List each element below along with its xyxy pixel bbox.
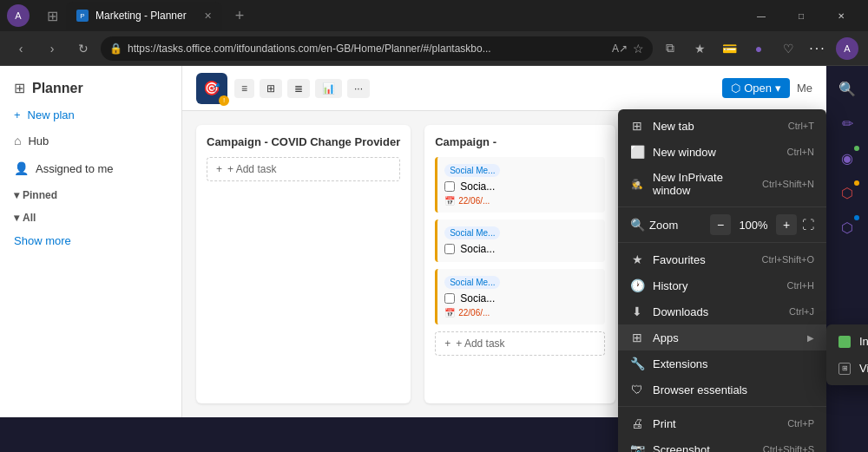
sidebar-item-hub[interactable]: ⌂ Hub xyxy=(0,127,181,154)
task-checkbox-1[interactable] xyxy=(444,244,455,254)
new-window-icon: ⬜ xyxy=(630,145,644,159)
menu-item-downloads[interactable]: ⬇ Downloads Ctrl+J xyxy=(618,298,826,324)
toolbar-view-btns: ≡ ⊞ ≣ 📊 ··· xyxy=(234,79,370,98)
copilot-right-icon[interactable]: ◉ xyxy=(832,142,863,174)
window-controls: — □ ✕ xyxy=(741,0,861,31)
menu-shortcut-downloads: Ctrl+J xyxy=(789,306,814,317)
exchange-right-icon[interactable]: ⬡ xyxy=(832,177,863,208)
forward-btn[interactable]: › xyxy=(38,35,66,62)
menu-btn[interactable]: ··· xyxy=(804,35,832,62)
menu-shortcut-history: Ctrl+H xyxy=(787,280,814,291)
task-card-2[interactable]: Social Me... Socia... 📅 22/06/... xyxy=(435,269,605,324)
menu-item-new-window[interactable]: ⬜ New window Ctrl+N xyxy=(618,139,826,165)
profile-small[interactable]: A xyxy=(7,4,30,27)
dot-yellow xyxy=(854,180,859,186)
chart-view-btn[interactable]: 📊 xyxy=(315,79,342,98)
menu-shortcut-screenshot: Ctrl+Shift+S xyxy=(763,444,814,452)
back-btn[interactable]: ‹ xyxy=(7,35,35,62)
task-checkbox-2[interactable] xyxy=(444,293,455,304)
new-tab-btn[interactable]: + xyxy=(227,3,252,28)
menu-item-history[interactable]: 🕐 History Ctrl+H xyxy=(618,272,826,298)
address-text: https://tasks.office.com/itfoundations.c… xyxy=(128,43,607,55)
tab-close[interactable]: ✕ xyxy=(204,10,212,22)
collections-icon[interactable]: ★ xyxy=(686,35,713,62)
task-card-1[interactable]: Social Me... Socia... xyxy=(435,219,605,262)
toolbar-icons: ⧉ ★ 💳 ● ♡ ··· A xyxy=(656,35,861,62)
copilot-icon[interactable]: ● xyxy=(745,35,773,62)
menu-label-history: History xyxy=(653,279,779,292)
zoom-plus-btn[interactable]: + xyxy=(776,214,797,235)
history-icon: 🕐 xyxy=(630,278,644,292)
address-bar[interactable]: 🔒 https://tasks.office.com/itfoundations… xyxy=(101,36,653,61)
wallet-icon[interactable]: 💳 xyxy=(715,35,743,62)
kanban-col-0: Campaign - COVID Change Provider + + Add… xyxy=(196,125,411,403)
close-btn[interactable]: ✕ xyxy=(821,0,861,31)
zoom-row: 🔍 Zoom − 100% + ⛶ xyxy=(618,211,826,239)
browser-essentials-icon: 🛡 xyxy=(630,383,644,396)
task-check-2: Socia... xyxy=(444,292,598,305)
fav-icon[interactable]: ☆ xyxy=(633,42,644,56)
hub-icon: ⌂ xyxy=(14,134,21,147)
tab-title: Marketing - Planner xyxy=(95,10,197,22)
menu-label-print: Print xyxy=(653,417,779,430)
task-tag-2: Social Me... xyxy=(444,276,500,289)
menu-item-favourites[interactable]: ★ Favourites Ctrl+Shift+O xyxy=(618,246,826,272)
menu-shortcut-print: Ctrl+P xyxy=(787,418,814,429)
refresh-btn[interactable]: ↻ xyxy=(69,35,97,62)
menu-item-browser-essentials[interactable]: 🛡 Browser essentials xyxy=(618,377,826,403)
menu-label-new-tab: New tab xyxy=(653,120,779,133)
calendar-icon-0: 📅 xyxy=(444,196,455,206)
pinned-section: ▾ Pinned xyxy=(0,182,181,205)
zoom-expand-btn[interactable]: ⛶ xyxy=(802,218,814,232)
collections-right-icon[interactable]: ✏ xyxy=(832,108,863,139)
task-card-0[interactable]: Social Me... Socia... 📅 22/06/... xyxy=(435,157,605,213)
schedule-view-btn[interactable]: ≣ xyxy=(287,79,310,98)
profile-icon[interactable]: A xyxy=(833,35,861,62)
plan-icon-badge: ! xyxy=(219,95,229,106)
zoom-minus-btn[interactable]: − xyxy=(710,214,731,235)
heart-icon[interactable]: ♡ xyxy=(774,35,802,62)
minimize-btn[interactable]: — xyxy=(741,0,781,31)
add-task-btn-1[interactable]: + + Add task xyxy=(435,331,605,356)
more-btn[interactable]: ··· xyxy=(347,79,370,98)
zoom-icon: 🔍 xyxy=(630,218,644,232)
menu-item-screenshot[interactable]: 📷 Screenshot Ctrl+Shift+S xyxy=(618,436,826,452)
sidebar-title: Planner xyxy=(32,81,83,96)
board-view-btn[interactable]: ⊞ xyxy=(260,79,282,98)
view-apps-icon: ⊞ xyxy=(838,363,851,375)
menu-item-apps[interactable]: ⊞ Apps ▶ Install this site as an app ⊞ V… xyxy=(618,324,826,350)
read-aloud-icon[interactable]: A↗ xyxy=(612,43,628,55)
sidebar-item-assigned[interactable]: 👤 Assigned to me xyxy=(0,154,181,182)
tab-before-btn[interactable]: ⊞ xyxy=(40,3,64,28)
plus-icon: + xyxy=(14,108,21,121)
downloads-icon: ⬇ xyxy=(630,305,644,318)
list-view-btn[interactable]: ≡ xyxy=(234,79,254,98)
menu-item-print[interactable]: 🖨 Print Ctrl+P xyxy=(618,410,826,436)
grid-icon: ⊞ xyxy=(14,80,25,96)
menu-label-favourites: Favourites xyxy=(653,253,753,266)
menu-item-extensions[interactable]: 🔧 Extensions xyxy=(618,350,826,377)
menu-item-new-tab[interactable]: ⊞ New tab Ctrl+T xyxy=(618,113,826,139)
new-plan-btn[interactable]: + New plan xyxy=(0,103,181,127)
add-task-btn-0[interactable]: + + Add task xyxy=(207,157,400,181)
splitscreen-icon[interactable]: ⧉ xyxy=(656,35,684,62)
context-menu: ⊞ New tab Ctrl+T ⬜ New window Ctrl+N 🕵 N… xyxy=(618,109,826,452)
print-icon: 🖨 xyxy=(630,416,644,430)
active-tab[interactable]: P Marketing - Planner ✕ xyxy=(66,2,222,30)
all-section: ▾ All xyxy=(0,205,181,227)
open-label: Open xyxy=(744,82,772,95)
menu-item-inprivate[interactable]: 🕵 New InPrivate window Ctrl+Shift+N xyxy=(618,165,826,203)
teams-right-icon[interactable]: ⬡ xyxy=(832,212,863,243)
submenu-install-app[interactable]: Install this site as an app xyxy=(826,328,868,355)
task-checkbox-0[interactable] xyxy=(444,181,455,192)
search-right-icon[interactable]: 🔍 xyxy=(832,73,863,104)
dot-blue xyxy=(854,215,859,220)
show-more-btn[interactable]: Show more xyxy=(0,227,181,254)
submenu-view-apps[interactable]: ⊞ View apps xyxy=(826,355,868,382)
apps-icon: ⊞ xyxy=(630,331,644,344)
me-label[interactable]: Me xyxy=(797,82,812,95)
kanban-col-1: Campaign - Social Me... Socia... 📅 22/06… xyxy=(424,125,615,403)
task-label-1: Socia... xyxy=(460,243,495,255)
open-btn[interactable]: ⬡ Open ▾ xyxy=(722,78,790,98)
maximize-btn[interactable]: □ xyxy=(781,0,821,31)
